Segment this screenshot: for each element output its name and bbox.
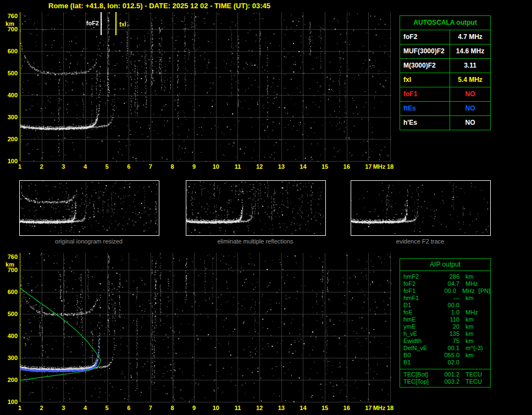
aip-row-unit: m^(-3) <box>459 345 483 352</box>
autoscala-row: M(3000)F23.11 <box>400 59 490 73</box>
autoscala-table-title: AUTOSCALA output <box>400 16 490 30</box>
aip-row-value: 00.0 <box>436 302 459 309</box>
x-tick-label: 14 <box>296 404 309 412</box>
aip-row-value: 135 <box>436 330 459 337</box>
aip-output-table: AIP output hmF2286kmfoF204.7MHzfoF100.0M… <box>400 258 491 388</box>
fof2-marker-label: foF2 <box>81 20 99 26</box>
autoscala-row: h'EsNO <box>400 116 490 130</box>
x-tick-label: 2 <box>35 404 48 412</box>
aip-row-label: TEC[Bot] <box>400 371 436 378</box>
y-tick-label: 200 <box>2 135 18 143</box>
y-tick-label: 100 <box>2 398 18 406</box>
x-tick-label: 7 <box>144 404 157 412</box>
x-tick-label: 9 <box>187 163 201 170</box>
x-tick-label: 15 <box>318 404 331 412</box>
aip-row-value: 1.0 <box>436 309 459 316</box>
x-tick-label: 8 <box>166 404 179 412</box>
autoscala-row-value: 3.11 <box>450 59 490 73</box>
aip-row-label: foE <box>400 309 436 316</box>
thumbnail-f2-trace <box>351 180 491 236</box>
aip-row-value: 001.2 <box>436 371 459 378</box>
autoscala-row: ftEsNO <box>400 102 490 116</box>
thumbnail-no-multiples-canvas <box>186 181 324 234</box>
aip-row-label: DelN_vE <box>400 345 436 352</box>
autoscala-row-value: 5.4 MHz <box>450 73 490 87</box>
autoscala-row-label: foF2 <box>400 30 450 44</box>
aip-row-value: 286 <box>436 273 459 280</box>
aip-row-label: TEC[Top] <box>400 378 436 385</box>
aip-row: hmE110km <box>400 316 490 323</box>
aip-row-label: hmE <box>400 316 436 323</box>
autoscala-row-value: NO <box>450 116 490 130</box>
x-axis-unit-label: MHz <box>371 404 387 412</box>
aip-row-unit: km <box>459 352 474 359</box>
autoscala-row-label: foF1 <box>400 87 450 101</box>
y-tick-label: 500 <box>2 69 18 77</box>
x-tick-label: 12 <box>253 404 266 412</box>
y-tick-label: 200 <box>2 376 18 384</box>
aip-row: foF100.0MHz[PN] <box>400 287 490 295</box>
autoscala-row-value: 4.7 MHz <box>450 30 490 44</box>
x-tick-label: 10 <box>209 163 223 170</box>
y-tick-label: 300 <box>2 113 18 121</box>
fxi-marker-label: fxI <box>119 21 126 27</box>
aip-row: h_vE135km <box>400 330 490 337</box>
y-tick-label: 600 <box>2 288 18 296</box>
aip-row: TEC[Bot]001.2TECU <box>400 371 490 378</box>
aip-row-unit <box>459 302 465 309</box>
x-tick-label: 4 <box>79 404 92 412</box>
aip-body: hmF2286kmfoF204.7MHzfoF100.0MHz[PN]hmF1-… <box>400 271 490 367</box>
x-tick-label: 3 <box>57 163 70 170</box>
aip-row-value: 20 <box>436 323 459 330</box>
aip-row-unit: km <box>459 316 474 323</box>
aip-row: foE1.0MHz <box>400 309 490 316</box>
aip-row-value: 003.2 <box>436 378 459 385</box>
thumbnail-no-multiples <box>186 180 326 236</box>
x-tick-label: 13 <box>275 163 288 170</box>
aip-row: foF204.7MHz <box>400 280 490 287</box>
x-tick-label: 8 <box>166 163 179 170</box>
aip-row-label: foF2 <box>400 280 436 287</box>
autoscala-row-value: 14.6 MHz <box>450 45 490 58</box>
aip-row-value: 00.1 <box>436 345 459 352</box>
aip-row-value: 110 <box>436 316 459 323</box>
x-tick-label: 13 <box>275 404 288 412</box>
x-tick-label: 3 <box>57 404 70 412</box>
aip-row-label: B1 <box>400 359 436 366</box>
autoscala-row: fxI5.4 MHz <box>400 73 490 87</box>
y-tick-label: 760 <box>2 253 18 261</box>
autoscala-row-value: NO <box>450 87 490 101</box>
thumbnail-f2-trace-canvas <box>351 181 489 234</box>
x-tick-label: 2 <box>35 163 48 170</box>
y-tick-label: 600 <box>2 47 18 55</box>
x-tick-label: 16 <box>340 404 353 412</box>
y-tick-label: 100 <box>2 157 18 165</box>
y-axis-unit-label: km <box>2 20 18 27</box>
aip-row: ymE20km <box>400 323 490 330</box>
aip-row: B102.0 <box>400 359 490 366</box>
autoscala-row: foF24.7 MHz <box>400 30 490 45</box>
x-tick-label: 7 <box>144 163 157 170</box>
thumbnail-caption-original: original ionogram resized <box>19 238 158 245</box>
aip-row-extra: [PN] <box>475 287 490 295</box>
aip-row-value: 02.0 <box>436 359 459 366</box>
autoscala-output-table: AUTOSCALA output foF24.7 MHzMUF(3000)F21… <box>400 15 491 130</box>
aip-tec-body: TEC[Bot]001.2TECUTEC[Top]003.2TECU <box>400 369 490 387</box>
aip-row-label: ymE <box>400 323 436 330</box>
x-tick-label: 5 <box>101 404 114 412</box>
aip-row-label: hmF1 <box>400 295 436 302</box>
x-tick-label: 4 <box>79 163 92 170</box>
autoscala-body: foF24.7 MHzMUF(3000)F214.6 MHzM(3000)F23… <box>400 30 490 130</box>
thumbnail-caption-f2-trace: evidence F2 trace <box>351 238 490 245</box>
x-tick-label: 11 <box>231 163 244 170</box>
x-tick-label: 16 <box>340 163 353 170</box>
y-tick-label: 400 <box>2 332 18 340</box>
aip-row-unit: MHz <box>459 309 478 316</box>
y-tick-label: 300 <box>2 354 18 362</box>
aip-row: B0055.0km <box>400 352 490 359</box>
autoscala-row: foF1NO <box>400 87 490 102</box>
x-tick-label: 10 <box>209 404 223 412</box>
aip-row-unit: km <box>459 295 474 302</box>
x-tick-label: 11 <box>231 404 244 412</box>
aip-row-label: D1 <box>400 302 436 309</box>
